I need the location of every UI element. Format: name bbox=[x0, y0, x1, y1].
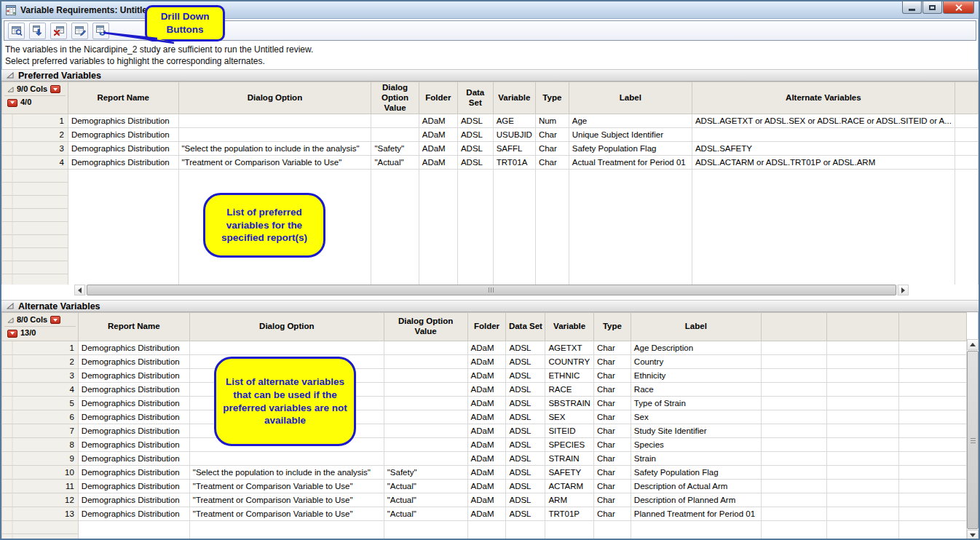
cell-alternate-variables[interactable]: ADSL.SAFETY bbox=[692, 142, 955, 156]
row-number[interactable]: 1 bbox=[2, 114, 68, 128]
cell-report-name[interactable] bbox=[68, 222, 178, 235]
cell-dialog-option[interactable]: "Treatment or Comparison Variable to Use… bbox=[178, 156, 371, 170]
cell-variable[interactable] bbox=[493, 196, 535, 209]
cell-report-name[interactable] bbox=[68, 261, 178, 274]
table-row[interactable]: 5 Demographics Distribution ADaM ADSL SB… bbox=[2, 397, 967, 410]
row-number[interactable] bbox=[2, 248, 68, 261]
cell-dialog-option[interactable] bbox=[178, 170, 371, 183]
cell-type[interactable] bbox=[535, 222, 569, 235]
cell-type[interactable]: Char bbox=[593, 355, 631, 369]
cell-dialog-option-value[interactable]: "Actual" bbox=[371, 156, 419, 170]
row-number[interactable]: 4 bbox=[2, 156, 68, 170]
row-number[interactable] bbox=[2, 170, 68, 183]
cell-data-set[interactable] bbox=[457, 248, 493, 261]
row-number[interactable]: 3 bbox=[2, 142, 68, 156]
drill-down-button-3[interactable] bbox=[50, 23, 67, 39]
column-header-type[interactable]: Type bbox=[593, 313, 631, 341]
drill-down-button-5[interactable] bbox=[92, 23, 109, 39]
row-number[interactable]: 4 bbox=[2, 383, 79, 397]
cell-label[interactable]: Actual Treatment for Period 01 bbox=[569, 156, 692, 170]
cell-report-name[interactable] bbox=[68, 209, 178, 222]
cell-type[interactable]: Char bbox=[593, 466, 631, 480]
cell-label[interactable]: Race bbox=[631, 383, 761, 397]
scroll-down-button[interactable] bbox=[967, 530, 979, 540]
cell-type[interactable]: Char bbox=[593, 383, 631, 397]
table-row[interactable] bbox=[2, 235, 979, 248]
cell-type[interactable]: Char bbox=[593, 397, 631, 410]
cell-dialog-option-value[interactable] bbox=[371, 128, 419, 142]
cell-variable[interactable]: SITEID bbox=[545, 424, 594, 438]
cell-label[interactable] bbox=[569, 248, 692, 261]
cell-data-set[interactable]: ADSL bbox=[457, 114, 493, 128]
cell-report-name[interactable]: Demographics Distribution bbox=[78, 369, 189, 383]
column-header-label[interactable]: Label bbox=[569, 82, 692, 114]
cell-folder[interactable]: ADaM bbox=[467, 341, 506, 355]
column-header-data-set[interactable]: Data Set bbox=[506, 313, 545, 341]
row-number[interactable]: 13 bbox=[2, 507, 79, 521]
cell-variable[interactable]: TRT01P bbox=[545, 507, 594, 521]
cell-folder[interactable] bbox=[467, 534, 506, 540]
cell-label[interactable] bbox=[569, 183, 692, 196]
cell-label[interactable] bbox=[569, 196, 692, 209]
cell-data-set[interactable]: ADSL bbox=[506, 452, 545, 466]
cell-type[interactable]: Char bbox=[593, 438, 631, 452]
horizontal-scrollbar[interactable] bbox=[74, 285, 909, 295]
row-number[interactable]: 12 bbox=[2, 493, 79, 507]
cell-dialog-option-value[interactable]: "Safety" bbox=[371, 142, 419, 156]
cell-variable[interactable]: RACE bbox=[545, 383, 594, 397]
cell-folder[interactable]: ADaM bbox=[467, 355, 506, 369]
cell-variable[interactable] bbox=[493, 183, 535, 196]
cell-report-name[interactable] bbox=[78, 534, 189, 540]
cell-data-set[interactable] bbox=[457, 261, 493, 274]
cell-label[interactable]: Age bbox=[569, 114, 692, 128]
table-row[interactable] bbox=[2, 196, 979, 209]
row-number[interactable] bbox=[2, 183, 68, 196]
cell-folder[interactable]: ADaM bbox=[467, 466, 506, 480]
cell-dialog-option[interactable] bbox=[189, 452, 384, 466]
cell-type[interactable]: Char bbox=[593, 507, 631, 521]
cell-label[interactable]: Country bbox=[631, 355, 761, 369]
cell-variable[interactable]: SAFETY bbox=[545, 466, 594, 480]
cell-variable[interactable] bbox=[493, 235, 535, 248]
cell-folder[interactable] bbox=[419, 274, 457, 285]
column-header-dialog-option-value[interactable]: Dialog Option Value bbox=[384, 313, 467, 341]
cell-dialog-option-value[interactable] bbox=[384, 369, 467, 383]
table-row[interactable]: 8 Demographics Distribution ADaM ADSL SP… bbox=[2, 438, 967, 452]
cell-dialog-option-value[interactable] bbox=[371, 248, 419, 261]
cell-dialog-option-value[interactable] bbox=[384, 438, 467, 452]
cell-dialog-option[interactable]: "Select the population to include in the… bbox=[189, 466, 384, 480]
cell-dialog-option-value[interactable] bbox=[371, 274, 419, 285]
cell-variable[interactable] bbox=[493, 274, 535, 285]
cell-alternate-variables[interactable] bbox=[692, 170, 955, 183]
cell-folder[interactable] bbox=[419, 222, 457, 235]
row-number[interactable] bbox=[2, 521, 79, 534]
column-header-folder[interactable]: Folder bbox=[467, 313, 506, 341]
drill-down-button-1[interactable] bbox=[8, 23, 25, 39]
cell-alternate-variables[interactable]: ADSL.ACTARM or ADSL.TRT01P or ADSL.ARM bbox=[692, 156, 955, 170]
row-number[interactable]: 2 bbox=[2, 128, 68, 142]
cell-variable[interactable] bbox=[493, 261, 535, 274]
cell-data-set[interactable]: ADSL bbox=[506, 341, 545, 355]
table-row[interactable]: 6 Demographics Distribution ADaM ADSL SE… bbox=[2, 410, 967, 424]
cell-folder[interactable]: ADaM bbox=[467, 507, 506, 521]
row-number[interactable]: 7 bbox=[2, 424, 79, 438]
cell-type[interactable] bbox=[535, 209, 569, 222]
cell-label[interactable]: Sex bbox=[631, 410, 761, 424]
cell-type[interactable] bbox=[535, 248, 569, 261]
table-row[interactable] bbox=[2, 222, 979, 235]
cell-folder[interactable]: ADaM bbox=[467, 383, 506, 397]
cell-type[interactable] bbox=[535, 274, 569, 285]
cell-dialog-option[interactable] bbox=[189, 534, 384, 540]
cell-variable[interactable]: SAFFL bbox=[493, 142, 535, 156]
cell-label[interactable]: Description of Planned Arm bbox=[631, 493, 761, 507]
row-number[interactable] bbox=[2, 196, 68, 209]
cell-dialog-option-value[interactable] bbox=[371, 196, 419, 209]
column-header-type[interactable]: Type bbox=[535, 82, 569, 114]
table-row[interactable]: 3 Demographics Distribution "Select the … bbox=[2, 142, 979, 156]
cell-type[interactable]: Char bbox=[593, 369, 631, 383]
table-row[interactable]: 1 Demographics Distribution ADaM ADSL AG… bbox=[2, 114, 979, 128]
cell-label[interactable]: Safety Population Flag bbox=[569, 142, 692, 156]
table-row[interactable]: 4 Demographics Distribution ADaM ADSL RA… bbox=[2, 383, 967, 397]
cell-data-set[interactable]: ADSL bbox=[506, 397, 545, 410]
cell-folder[interactable] bbox=[419, 261, 457, 274]
